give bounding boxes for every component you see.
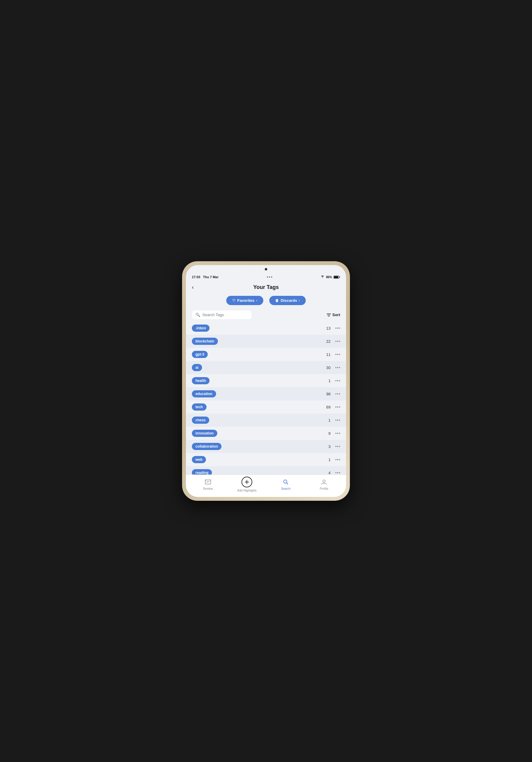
menu-dot3	[339, 407, 340, 408]
menu-dot2	[337, 328, 338, 329]
tags-list: .inbox 13 blockchain 22 gpt-3 11	[186, 322, 346, 475]
profile-label: Profile	[320, 487, 328, 491]
main-content: ‹ Your Tags ♡ Favorites › 🗑 Discards ›	[186, 280, 346, 475]
tag-menu-button[interactable]	[335, 472, 340, 473]
search-row: 🔍 Sort	[186, 308, 346, 322]
tag-menu-button[interactable]	[335, 328, 340, 329]
menu-dot3	[339, 380, 340, 381]
profile-icon	[321, 479, 327, 486]
menu-dot2	[337, 354, 338, 355]
action-row: ♡ Favorites › 🗑 Discards ›	[186, 293, 346, 308]
page-title: Your Tags	[253, 284, 278, 290]
sort-button[interactable]: Sort	[327, 313, 340, 317]
status-bar: 17:03 Thu 7 Mar 86%	[186, 273, 346, 280]
tag-row: health 1	[186, 374, 346, 387]
menu-dot1	[335, 380, 337, 381]
menu-dot2	[337, 459, 338, 460]
tag-badge[interactable]: blockchain	[192, 338, 218, 345]
discards-chevron: ›	[299, 299, 300, 302]
menu-dot3	[339, 459, 340, 460]
menu-dot1	[335, 472, 337, 473]
tag-badge[interactable]: education	[192, 390, 216, 398]
tag-badge[interactable]: ai	[192, 364, 202, 371]
menu-dot3	[339, 341, 340, 342]
tag-right: 1	[323, 379, 340, 383]
tag-count: 69	[323, 405, 331, 410]
favorites-button[interactable]: ♡ Favorites ›	[226, 296, 263, 305]
tag-menu-button[interactable]	[335, 407, 340, 408]
status-time: 17:03 Thu 7 Mar	[192, 275, 218, 279]
menu-dot1	[335, 419, 337, 421]
menu-dot2	[337, 446, 338, 447]
tag-count: 98	[323, 392, 331, 396]
menu-dot3	[339, 393, 340, 395]
nav-add[interactable]: Add Highlights	[237, 477, 257, 492]
nav-review[interactable]: Review	[199, 479, 217, 491]
svg-line-12	[287, 483, 288, 484]
battery-icon	[334, 275, 340, 279]
wifi-icon	[320, 275, 325, 278]
menu-dot1	[335, 367, 337, 368]
menu-dot3	[339, 367, 340, 368]
tag-menu-button[interactable]	[335, 459, 340, 460]
menu-dot1	[335, 407, 337, 408]
tag-menu-button[interactable]	[335, 354, 340, 355]
tag-badge[interactable]: reading	[192, 469, 212, 475]
tag-count: 30	[323, 365, 331, 370]
tag-badge[interactable]: tech	[192, 404, 206, 411]
tag-badge[interactable]: gpt-3	[192, 351, 208, 358]
tag-count: 11	[323, 352, 331, 357]
menu-dot1	[335, 354, 337, 355]
add-label: Add Highlights	[237, 489, 257, 492]
tag-menu-button[interactable]	[335, 393, 340, 395]
nav-search[interactable]: Search	[277, 479, 295, 491]
menu-dot3	[339, 433, 340, 434]
tag-count: 1	[323, 379, 331, 383]
discards-button[interactable]: 🗑 Discards ›	[269, 296, 306, 305]
dot2	[269, 276, 270, 277]
dot1	[267, 276, 268, 277]
tag-badge[interactable]: health	[192, 377, 209, 384]
tag-badge[interactable]: collaboration	[192, 443, 221, 450]
add-button[interactable]	[242, 477, 252, 488]
search-input[interactable]	[202, 313, 248, 317]
sort-icon	[327, 313, 331, 317]
menu-dot2	[337, 393, 338, 395]
tag-badge[interactable]: innovation	[192, 430, 217, 437]
tag-menu-button[interactable]	[335, 380, 340, 381]
search-wrapper: 🔍	[192, 311, 252, 319]
tag-badge[interactable]: chess	[192, 417, 209, 424]
menu-dot2	[337, 419, 338, 421]
menu-dot2	[337, 433, 338, 434]
tag-right: 3	[323, 444, 340, 449]
tag-row: collaboration 3	[186, 440, 346, 453]
tag-row: web 1	[186, 453, 346, 466]
tag-count: 1	[323, 458, 331, 462]
menu-dot2	[337, 380, 338, 381]
sort-label: Sort	[332, 313, 340, 317]
tag-badge[interactable]: .inbox	[192, 325, 209, 332]
bottom-nav: Review Add Highlights Se	[186, 475, 346, 497]
menu-dot1	[335, 328, 337, 329]
search-nav-icon	[283, 479, 288, 486]
tag-menu-button[interactable]	[335, 341, 340, 342]
svg-rect-2	[340, 276, 340, 277]
menu-dot2	[337, 341, 338, 342]
trash-icon: 🗑	[275, 298, 279, 303]
dot3	[271, 276, 272, 277]
camera-dot	[265, 268, 267, 270]
camera-bar	[186, 265, 346, 273]
tag-menu-button[interactable]	[335, 419, 340, 421]
nav-profile[interactable]: Profile	[315, 479, 333, 491]
menu-dot1	[335, 433, 337, 434]
tag-menu-button[interactable]	[335, 367, 340, 368]
tag-menu-button[interactable]	[335, 433, 340, 434]
tag-badge[interactable]: web	[192, 456, 206, 463]
tag-right: 9	[323, 431, 340, 436]
back-button[interactable]: ‹	[192, 284, 194, 290]
menu-dot2	[337, 367, 338, 368]
menu-dot1	[335, 393, 337, 395]
tag-row: chess 1	[186, 414, 346, 427]
tag-menu-button[interactable]	[335, 446, 340, 447]
svg-rect-6	[205, 480, 211, 484]
